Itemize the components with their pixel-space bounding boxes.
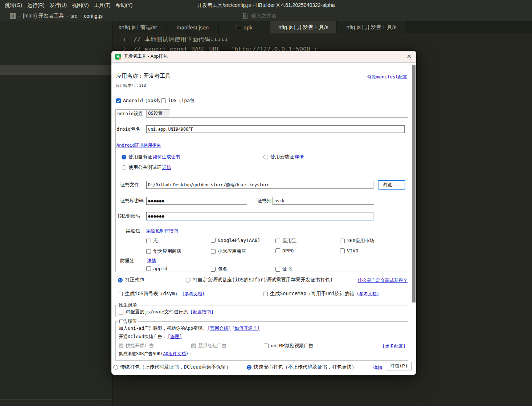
ad-component-doc-link[interactable]: AD组件文档 [163,351,186,357]
cert-alias-input[interactable]: hsck [273,197,374,205]
tab-config-devtools-active[interactable]: nfig.js | 开发者工具/s [270,21,337,33]
public-test-cert-radio[interactable]: 使用公共测试证 详情 [122,164,171,171]
ad-howto-link[interactable]: [如何开通？] [232,325,260,332]
breadcrumb-file[interactable]: config.js [84,13,102,19]
package-button[interactable]: 打包(P) [386,362,412,370]
public-test-cert-label: 使用公共测试证 [128,164,161,171]
menu-item-run[interactable]: 运行(R) [25,2,47,9]
cloud-cert-radio[interactable]: 使用云端证 详情 [263,154,304,160]
menu-item-tools[interactable]: 工具(T) [91,2,113,9]
app-package-dialog: H 开发者工具 - App打包 ✕ 应用名称：开发者工具 修改manifest配… [111,51,416,375]
custom-base-radio[interactable]: 打自定义调试基座(iOS的Safari调试需要用苹果开发证书打包) [186,277,333,283]
what-is-custom-base-link[interactable]: 什么是自定义调试基座？ [358,277,408,284]
folder-icon [236,25,241,29]
channel-huawei-checkbox[interactable]: 华为应用商店 [146,248,181,255]
menu-item-view[interactable]: 视图(V) [69,2,91,9]
channel-googleplay-checkbox[interactable]: GooglePlay(AAB) [211,237,260,243]
cert-file-input[interactable]: D:/Github Desktop/golden-store/前端/hsck.k… [146,181,373,189]
edit-manifest-link[interactable]: 修改manifest配置 [367,74,407,80]
hbuilderx-logo-icon[interactable]: U [10,13,16,19]
splash-ad-checkbox[interactable]: 快捷开屏广告 [119,342,154,349]
resign-cert-checkbox[interactable]: 证书 [275,266,292,272]
key-password-input[interactable]: ●●●●●● [146,212,373,220]
sidebar-divider [0,399,112,400]
checkbox-icon [119,310,123,314]
checkbox-icon [264,344,269,348]
tab-manifest-json[interactable]: manifest.json [167,21,219,33]
package-name-input[interactable]: uni.app.UNI94906FF [146,125,405,133]
anti-resign-detail-link[interactable]: 详情 [147,258,156,264]
how-to-make-cert-link[interactable]: 如何生成证书 [153,154,180,160]
package-name-label: droid包名 [116,126,140,133]
window-title: 开发者工具/src/config.js - HBuilder X 4.61.20… [197,2,335,9]
own-cert-radio[interactable]: 使用自有证 如何生成证书 [122,154,180,160]
sourcemap-checkbox[interactable]: 生成SourceMap（可用于uni统计的错 (参考文档) [263,291,379,297]
ad-alliance-section: 广告联盟 加入uni-ad广告联盟，帮助你的App变现。 [官网介绍] [如何开… [115,321,408,361]
android-settings-panel: droid包名 uni.app.UNI94906FF Android证书使用指南… [115,117,408,272]
checkbox-icon [340,239,345,243]
fast-package-radio[interactable]: 快速安心打包（不上传代码及证书，打包更快） [247,364,357,370]
radio-icon [122,165,126,170]
tab-android-settings[interactable]: ndroid设置 [115,109,146,118]
channel-360-checkbox[interactable]: 360应用市场 [340,237,374,244]
line-number: 1 [113,37,126,42]
checkbox-icon [118,292,123,296]
sidebar-selection-band[interactable] [0,65,112,75]
key-password-label: 书私钥密码 [116,213,140,219]
dialog-titlebar[interactable]: H 开发者工具 - App打包 ✕ [111,51,416,62]
obfuscation-checkbox[interactable]: 对配置的js/nvue文件进行原 [配置指南] [119,309,214,315]
keystore-password-input[interactable]: ●●●●●● [146,197,247,205]
release-build-radio[interactable]: 打正式包 [118,277,144,283]
obfuscation-legend: 原生混淆 [118,302,138,308]
browse-button[interactable]: 浏览... [378,180,405,190]
channel-guide-link[interactable]: 渠道包制作指南 [146,228,178,234]
channel-yingyongbao-checkbox[interactable]: 应用宝 [275,237,296,244]
dcloud-manage-link[interactable]: [管理] [168,334,182,340]
cloud-cert-detail-link[interactable]: 详情 [295,154,304,160]
breadcrumb-src[interactable]: src [70,13,77,19]
channel-oppo-checkbox[interactable]: OPPO [275,248,294,253]
dsym-checkbox[interactable]: 生成iOS符号表（dsym） (参考文档) [118,291,205,297]
resign-package-checkbox[interactable]: 包名 [211,266,227,272]
menu-item-publish[interactable]: 发行(U) [47,2,69,9]
obfuscation-guide-link[interactable]: [配置指南] [190,309,214,315]
obfuscation-label: 对配置的js/nvue文件进行原 [126,309,188,315]
redpacket-ad-checkbox[interactable]: 悬浮红包广告 [191,342,226,349]
checkbox-icon [161,98,166,103]
sourcemap-doc-link[interactable]: (参考文档) [357,291,379,297]
file-search-input[interactable]: 输入文件名 [242,11,277,21]
radio-icon [113,365,118,370]
tab-config-frontend[interactable]: onfig.js | 前端/sr [109,21,167,33]
channel-vivo-checkbox[interactable]: VIVO [340,248,358,253]
menu-item-help[interactable]: 帮助(Y) [113,2,135,9]
sourcemap-label: 生成SourceMap（可用于uni统计的错 [270,291,355,297]
close-icon[interactable]: ✕ [407,53,412,60]
app-name-label: 应用名称：开发者工具 [116,73,171,80]
ad-official-link[interactable]: [官网介绍] [208,325,231,332]
channel-xiaomi-checkbox[interactable]: 小米应用商店 [211,248,246,255]
android-platform-checkbox[interactable]: Android（apk包 [116,97,160,104]
footer-detail-link[interactable]: 详情 [373,365,382,371]
android-cert-guide-link[interactable]: Android证书使用指南 [116,142,161,149]
tab-apk[interactable]: apk [219,21,270,33]
radio-checked-icon [118,278,123,283]
resign-appid-checkbox[interactable]: appid [146,266,167,271]
more-config-link[interactable]: [更多配置] [382,343,406,349]
dsym-doc-link[interactable]: (参考文档) [182,291,204,297]
tab-config-devtools[interactable]: nfig.js | 开发者工具/s [337,21,406,33]
traditional-package-radio[interactable]: 传统打包（上传代码及证书，DCloud承诺不保留） [113,364,231,370]
checkbox-icon [263,292,268,296]
ios-platform-checkbox[interactable]: iOS（ipa包 [161,97,195,104]
redpacket-ad-label: 悬浮红包广告 [198,342,226,349]
breadcrumb-project[interactable]: {main} 开发者工具 [22,13,64,19]
dialog-scrollbar-thumb[interactable] [412,65,416,303]
unimp-video-ad-checkbox[interactable]: uniMP激励视频广告 [264,342,313,349]
ad-alliance-legend: 广告联盟 [118,318,138,325]
menu-item-goto[interactable]: 跳转(G) [2,2,25,9]
channel-none-checkbox[interactable]: 无 [146,237,158,244]
fast-package-label: 快速安心打包（不上传代码及证书，打包更快） [254,364,357,370]
public-cert-detail-link[interactable]: 详情 [162,165,171,171]
checkbox-icon [146,249,151,254]
tab-ios-settings[interactable]: OS设置 [146,109,170,117]
code-line: 1 // 本地测试请使用下面代码↓↓↓↓↓ [113,34,532,44]
